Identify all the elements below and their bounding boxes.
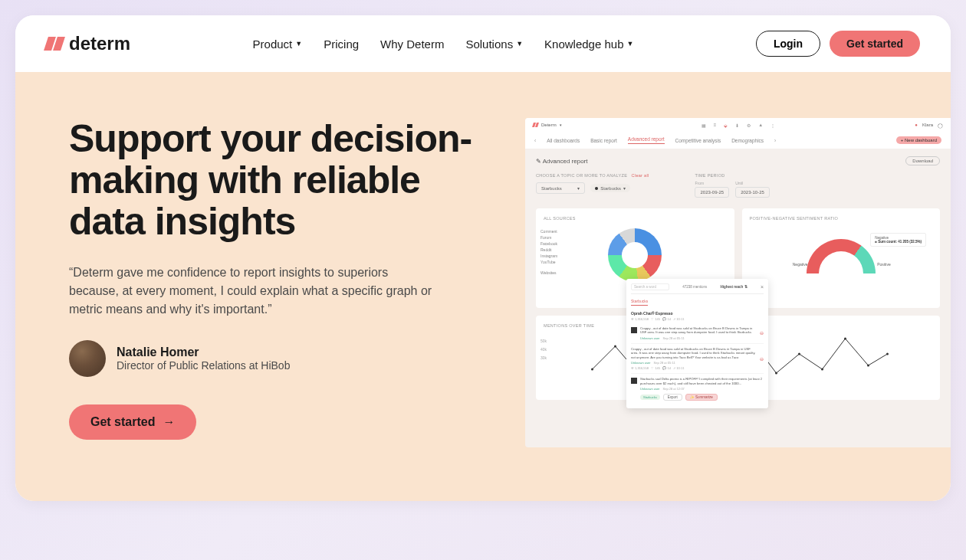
hero-content: Support your decision-making with reliab… xyxy=(69,118,495,455)
avatar xyxy=(69,340,106,377)
chevron-down-icon: ▼ xyxy=(295,40,302,47)
svg-point-8 xyxy=(775,372,777,375)
tab-basic[interactable]: Basic report xyxy=(590,138,617,143)
source-youtube: YouTube xyxy=(540,259,557,265)
y-40k: 40k xyxy=(540,345,547,354)
nav-why[interactable]: Why Determ xyxy=(380,38,444,51)
menu-icon: ⋮ xyxy=(770,123,775,128)
source-instagram: Instagram xyxy=(540,253,557,259)
popup-date: Sep 28 at 05:11 xyxy=(663,336,685,340)
topic-chip[interactable]: Starbucks▾ xyxy=(590,184,630,192)
hero-image: Determ ▾ ▦ ≡ ⬙ ⬇ ⚙ ▲ ⋮ ● Klara xyxy=(525,118,951,455)
topic-label: CHOOSE A TOPIC OR MORE TO ANALYZE xyxy=(536,173,627,178)
popup-heading: Oprah Chai® Espresso xyxy=(631,311,764,316)
bell-icon: ▲ xyxy=(758,123,763,128)
get-started-button[interactable]: Get started xyxy=(830,31,920,57)
date-to[interactable]: 2023-10-25 xyxy=(735,187,770,198)
hero-section: Support your decision-making with reliab… xyxy=(15,72,951,501)
new-dashboard-button[interactable]: + New dashboard xyxy=(896,136,941,144)
tab-advanced[interactable]: Advanced report xyxy=(628,136,665,144)
hero-title: Support your decision-making with reliab… xyxy=(69,118,495,242)
dashboard-topbar: Determ ▾ ▦ ≡ ⬙ ⬇ ⚙ ▲ ⋮ ● Klara xyxy=(525,118,951,132)
popup-user: Unknown user xyxy=(631,361,651,365)
chevron-down-icon: ▼ xyxy=(626,40,633,47)
from-label: From xyxy=(695,181,729,185)
source-websites: Websites xyxy=(540,270,557,276)
user-icon: ◯ xyxy=(938,123,943,128)
logo-icon xyxy=(533,123,538,127)
tab-competitive[interactable]: Competitive analysis xyxy=(675,138,721,143)
svg-point-1 xyxy=(614,345,616,348)
sources-title: ALL SOURCES xyxy=(544,216,727,221)
tab-demographics[interactable]: Demographics xyxy=(731,138,764,143)
download-icon: ⬇ xyxy=(735,123,739,128)
period-label: TIME PERIOD xyxy=(695,173,769,178)
logo[interactable]: determ xyxy=(46,33,130,54)
positive-label: Positive xyxy=(877,262,891,267)
testimonial-author: Natalie Homer Director of Public Relatio… xyxy=(69,340,495,377)
dashboard-brand: Determ xyxy=(541,123,557,127)
export-button[interactable]: Export xyxy=(663,394,682,401)
nav-pricing[interactable]: Pricing xyxy=(324,38,359,51)
popup-date: Sep 28 at 12:07 xyxy=(663,387,685,391)
popup-sort[interactable]: Highest reach ⇅ xyxy=(721,285,748,289)
sentiment-chart: POSITIVE-NEGATIVE SENTIMENT RATIO Negati… xyxy=(742,208,941,308)
nav-solutions[interactable]: Solutions ▼ xyxy=(465,38,523,51)
dashboard-tabs: ‹ All dashboards Basic report Advanced r… xyxy=(525,132,951,149)
nav-knowledge-label: Knowledge hub xyxy=(544,38,623,51)
source-icon xyxy=(631,378,637,384)
popup-text: Starbucks sad Delta promo is a RIPOFF! I… xyxy=(640,377,764,385)
popup-item: Crappy , out of date food was sold at St… xyxy=(631,344,764,374)
tab-all[interactable]: All dashboards xyxy=(547,138,580,143)
arrow-right-icon: → xyxy=(163,415,175,429)
clear-all[interactable]: Clear all xyxy=(632,173,649,178)
hero-cta-label: Get started xyxy=(90,415,155,429)
hero-cta-button[interactable]: Get started → xyxy=(69,404,196,440)
popup-user: Unknown user xyxy=(640,336,660,340)
toolbar-icons: ▦ ≡ ⬙ ⬇ ⚙ ▲ ⋮ xyxy=(702,123,775,128)
popup-count: 47238 mentions xyxy=(682,285,707,289)
source-icon xyxy=(631,327,637,333)
summarize-button[interactable]: ✨ Summarize xyxy=(685,394,718,401)
author-role: Director of Public Relations at HiBob xyxy=(117,359,290,372)
download-button[interactable]: Download xyxy=(905,156,940,165)
delete-icon[interactable]: ⊖ xyxy=(760,330,764,336)
date-from[interactable]: 2023-09-25 xyxy=(695,187,729,198)
notification-icon: ● xyxy=(915,123,918,127)
delete-icon[interactable]: ⊖ xyxy=(760,356,764,362)
forward-icon: › xyxy=(774,138,776,143)
chart-icon: ⬙ xyxy=(724,123,728,128)
popup-text: Crappy , out of date food was sold at St… xyxy=(640,326,757,335)
tool-icon: ⚙ xyxy=(747,123,751,128)
y-30k: 30k xyxy=(540,354,547,362)
svg-point-10 xyxy=(821,368,823,371)
popup-tag: Starbucks xyxy=(640,395,660,400)
svg-point-12 xyxy=(867,365,869,367)
negative-label: Negative xyxy=(793,262,808,267)
chevron-down-icon: ▼ xyxy=(516,40,523,47)
nav-product[interactable]: Product ▼ xyxy=(253,38,303,51)
back-icon: ‹ xyxy=(534,138,536,143)
topic-select[interactable]: Starbucks▾ xyxy=(536,182,585,194)
popup-text: Crappy , out of date food was sold at St… xyxy=(631,347,757,359)
brand-name: determ xyxy=(69,33,130,54)
report-title: ✎ Advanced report xyxy=(536,158,587,165)
sentiment-arc xyxy=(807,239,876,273)
nav-knowledge[interactable]: Knowledge hub ▼ xyxy=(544,38,633,51)
author-name: Natalie Homer xyxy=(117,345,290,359)
donut-chart xyxy=(608,228,662,282)
login-button[interactable]: Login xyxy=(756,31,820,57)
popup-search[interactable]: Search a word xyxy=(631,283,669,290)
chevron-down-icon: ▾ xyxy=(560,123,562,127)
dashboard-preview: Determ ▾ ▦ ≡ ⬙ ⬇ ⚙ ▲ ⋮ ● Klara xyxy=(525,118,951,447)
main-nav: Product ▼ Pricing Why Determ Solutions ▼… xyxy=(253,38,634,51)
to-label: Until xyxy=(735,181,770,185)
dashboard-user: Klara xyxy=(922,123,933,127)
svg-point-0 xyxy=(591,368,593,371)
mentions-popup: Search a word 47238 mentions Highest rea… xyxy=(626,279,768,408)
close-icon[interactable]: × xyxy=(761,284,764,290)
logo-icon xyxy=(46,37,63,51)
popup-user: Unknown user xyxy=(640,387,660,391)
popup-tab[interactable]: Starbucks xyxy=(631,297,648,306)
y-50k: 50k xyxy=(540,337,547,345)
